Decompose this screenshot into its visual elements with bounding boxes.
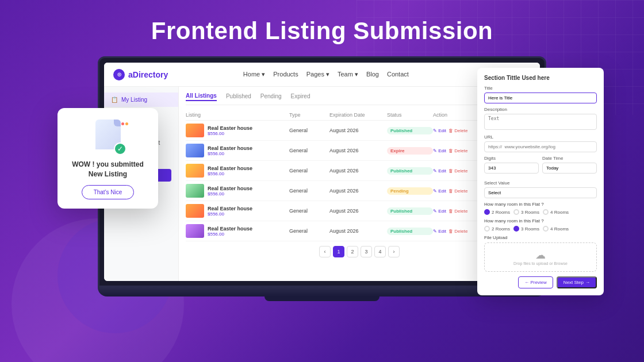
listing-type: General	[289, 128, 329, 133]
delete-button[interactable]: 🗑 Delete	[448, 168, 467, 174]
edit-button[interactable]: ✎ Edit	[433, 209, 446, 214]
edit-button[interactable]: ✎ Edit	[433, 128, 446, 133]
popup-icon-area: ✓	[91, 120, 125, 154]
status-badge: Published	[387, 167, 433, 175]
delete-button[interactable]: 🗑 Delete	[448, 209, 467, 214]
nav-products[interactable]: Products	[273, 71, 298, 78]
status-badge: Pending	[387, 187, 433, 195]
listing-info: Real Easter house $556.00	[208, 125, 252, 136]
listing-cell: Real Easter house $556.00	[186, 224, 289, 238]
pagination-page-1[interactable]: 1	[333, 246, 344, 257]
check-icon: ✓	[114, 143, 126, 155]
nav-pages[interactable]: Pages ▾	[306, 71, 329, 78]
listing-thumbnail	[186, 124, 204, 137]
popup-title: WOW ! you submitted New Listing	[67, 160, 149, 179]
col-status: Status	[387, 112, 433, 118]
digits-input[interactable]	[484, 163, 539, 174]
pagination-page-2[interactable]: 2	[347, 246, 358, 257]
delete-button[interactable]: 🗑 Delete	[448, 229, 467, 234]
listing-expiry: August 2026	[329, 128, 387, 133]
listing-type: General	[289, 148, 329, 153]
nav-blog[interactable]: Blog	[366, 71, 379, 78]
edit-button[interactable]: ✎ Edit	[433, 188, 446, 194]
room-q1-option-3[interactable]: 3 Rooms	[513, 209, 539, 215]
file-upload-area[interactable]: ☁ Drop files to upload or Browse	[484, 242, 597, 272]
page-title: Frontend Listing Submission	[0, 0, 644, 56]
form-title-label: Title	[484, 86, 597, 91]
pagination-page-4[interactable]: 4	[374, 246, 386, 257]
sidebar-my-listing-label: My Listing	[121, 97, 147, 103]
listing-thumbnail	[186, 144, 204, 157]
col-expiry: Expiration Date	[329, 112, 387, 118]
listing-type: General	[289, 228, 329, 234]
radio-dot	[484, 209, 490, 215]
tab-pending[interactable]: Pending	[260, 93, 282, 101]
room-q2-option-2[interactable]: 2 Rooms	[484, 226, 510, 232]
action-buttons: ✎ Edit 🗑 Delete	[433, 229, 479, 234]
col-listing: Listing	[186, 112, 289, 118]
browser-content: 📋 My Listing 👤 My Profile ♥ Favorite Lis…	[104, 87, 540, 281]
tab-expired[interactable]: Expired	[291, 93, 310, 101]
form-group-date: Date Time	[542, 156, 597, 177]
form-url-input[interactable]	[484, 141, 597, 152]
room-q2-option-4[interactable]: 4 Rooms	[543, 226, 569, 232]
date-time-input[interactable]	[542, 163, 597, 174]
listing-cell: Real Easter house $556.00	[186, 164, 289, 178]
delete-button[interactable]: 🗑 Delete	[448, 188, 467, 194]
form-description-textarea[interactable]	[484, 114, 597, 130]
listing-info: Real Easter house $556.00	[208, 186, 252, 197]
listing-expiry: August 2026	[329, 208, 387, 214]
tab-published[interactable]: Published	[226, 93, 251, 101]
my-listing-icon: 📋	[111, 97, 118, 103]
nav-logo: ◎ aDirectory	[113, 69, 168, 80]
delete-button[interactable]: 🗑 Delete	[448, 128, 467, 133]
listing-info: Real Easter house $556.00	[208, 226, 252, 237]
radio-dot	[513, 226, 519, 232]
action-buttons: ✎ Edit 🗑 Delete	[433, 168, 479, 174]
nav-home[interactable]: Home ▾	[243, 71, 265, 78]
pagination-next[interactable]: ›	[388, 246, 400, 257]
room-q1-options: 2 Rooms 3 Rooms 4 Rooms	[484, 209, 597, 215]
edit-button[interactable]: ✎ Edit	[433, 148, 446, 153]
room-q2-label: How many room in this Flat ?	[484, 218, 597, 224]
room-q2-option-3[interactable]: 3 Rooms	[513, 226, 539, 232]
pagination-prev[interactable]: ‹	[319, 246, 331, 257]
col-type: Type	[289, 112, 329, 118]
room-q1-option-4[interactable]: 4 Rooms	[543, 209, 569, 215]
browser-navbar: ◎ aDirectory Home ▾ Products Pages ▾ Tea…	[104, 63, 540, 87]
upload-cloud-icon: ☁	[490, 249, 591, 261]
file-upload-label: File Upload	[484, 235, 597, 240]
popup-dot-2	[121, 122, 124, 125]
action-buttons: ✎ Edit 🗑 Delete	[433, 188, 479, 194]
status-badge: Published	[387, 127, 433, 134]
prev-button[interactable]: ← Preview	[518, 276, 553, 288]
status-badge: Expire	[387, 147, 433, 155]
listing-info: Real Easter house $556.00	[208, 165, 252, 176]
select-value-label: Select Value	[484, 180, 597, 186]
file-upload-text: Drop files to upload or Browse	[490, 261, 591, 265]
pagination-page-3[interactable]: 3	[361, 246, 372, 257]
room-q1-option-2[interactable]: 2 Rooms	[484, 209, 510, 215]
form-panel: Section Tittle Used here Title Descripti…	[477, 68, 604, 295]
col-action: Action	[433, 112, 479, 118]
status-badge: Published	[387, 207, 433, 215]
next-step-button[interactable]: Next Step →	[557, 276, 597, 288]
listing-cell: Real Easter house $556.00	[186, 204, 289, 218]
nav-contact[interactable]: Contact	[387, 71, 409, 78]
form-title-input[interactable]	[484, 93, 597, 103]
listing-thumbnail	[186, 184, 204, 198]
listing-thumbnail	[186, 224, 204, 238]
delete-button[interactable]: 🗑 Delete	[448, 148, 467, 153]
sidebar-item-my-listing[interactable]: 📋 My Listing	[104, 93, 178, 107]
edit-button[interactable]: ✎ Edit	[433, 168, 446, 174]
edit-button[interactable]: ✎ Edit	[433, 229, 446, 234]
tab-all-listings[interactable]: All Listings	[186, 93, 217, 101]
listing-cell: Real Easter house $556.00	[186, 184, 289, 198]
thats-nice-button[interactable]: That's Nice	[82, 185, 135, 199]
form-section-title: Section Tittle Used here	[484, 75, 597, 81]
radio-dot	[543, 226, 549, 232]
nav-team[interactable]: Team ▾	[338, 71, 358, 78]
listing-thumbnail	[186, 164, 204, 178]
select-value-dropdown[interactable]: Select	[484, 187, 597, 198]
listing-expiry: August 2026	[329, 148, 387, 153]
